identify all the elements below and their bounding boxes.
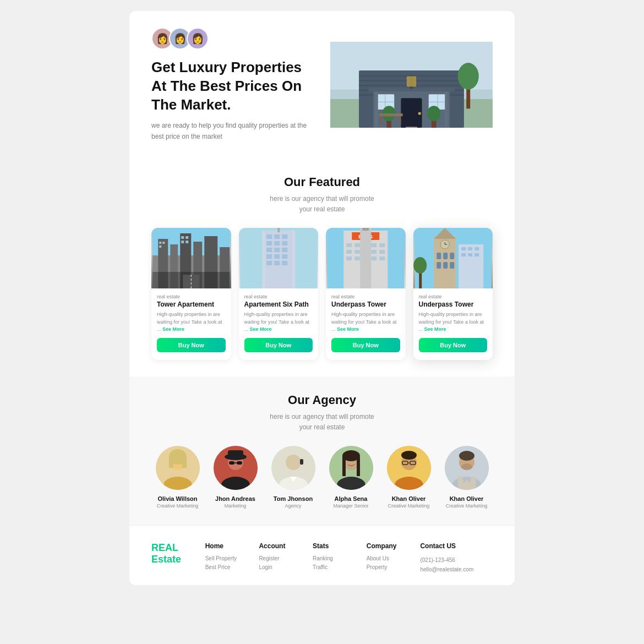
svg-rect-56: [282, 234, 287, 239]
svg-point-127: [286, 455, 301, 470]
svg-rect-63: [266, 254, 272, 259]
svg-point-111: [413, 257, 427, 274]
buy-now-btn-4[interactable]: Buy Now: [419, 338, 488, 352]
card-body-1: real estate Tower Apartement High-qualit…: [151, 288, 231, 334]
card-desc-3: High-quality properties in are waiting f…: [331, 311, 400, 334]
footer-contact-info: (021)-123-456 hello@realestate.com: [420, 555, 493, 574]
hero-title: Get Luxury Properties At The Best Prices…: [151, 58, 314, 114]
svg-rect-46: [181, 241, 184, 243]
page-wrapper: 👩 👩 👩 Get Luxury Properties At The Best …: [129, 11, 515, 585]
agent-photo-tom: [271, 446, 315, 490]
svg-rect-61: [274, 248, 280, 252]
agent-khan1: Khan Oliver Creative Marketing: [383, 446, 435, 509]
footer-link-sell-property[interactable]: Sell Property: [205, 555, 254, 561]
footer-link-traffic[interactable]: Traffic: [313, 564, 361, 570]
agent-jhon: Jhon Andreas Marketing: [209, 446, 261, 509]
agency-title: Our Agency: [151, 393, 493, 407]
svg-point-26: [427, 106, 440, 121]
svg-rect-123: [229, 461, 234, 465]
see-more-2[interactable]: See More: [250, 326, 272, 332]
brand-accent: Estate: [151, 554, 181, 565]
footer-link-about[interactable]: About Us: [367, 555, 415, 561]
svg-rect-97: [436, 253, 441, 259]
footer-link-best-price[interactable]: Best Price: [205, 564, 254, 570]
svg-rect-102: [450, 262, 454, 269]
svg-point-136: [342, 450, 360, 461]
agency-subtitle: here is our agency that will promote you…: [151, 412, 493, 433]
buy-now-btn-3[interactable]: Buy Now: [331, 338, 400, 352]
svg-rect-130: [300, 459, 303, 465]
agency-section: Our Agency here is our agency that will …: [129, 376, 515, 525]
card-image-2: [239, 228, 319, 288]
svg-point-31: [458, 63, 479, 90]
agent-tom: Tom Jhonson Agency: [267, 446, 319, 509]
see-more-4[interactable]: See More: [424, 326, 446, 332]
card-name-4: Underpass Tower: [419, 301, 488, 308]
cards-grid: real estate Tower Apartement High-qualit…: [151, 228, 493, 360]
svg-point-147: [461, 463, 472, 470]
property-card-3: BERG: [326, 228, 406, 360]
svg-rect-90: [362, 228, 369, 231]
svg-rect-106: [474, 247, 479, 250]
svg-rect-82: [371, 250, 376, 254]
hero-subtitle: we are ready to help you find quality pr…: [151, 121, 314, 141]
footer-phone: (021)-123-456: [420, 557, 455, 563]
footer-link-login[interactable]: Login: [259, 564, 307, 570]
buy-now-btn-1[interactable]: Buy Now: [157, 338, 226, 352]
svg-point-148: [459, 451, 474, 461]
svg-rect-116: [169, 457, 173, 468]
footer-link-ranking[interactable]: Ranking: [313, 555, 361, 561]
card-tag-2: real estate: [244, 294, 313, 299]
agent-photo-olivia: [156, 446, 200, 490]
hero-avatars: 👩 👩 👩: [151, 28, 314, 50]
footer-col-stats-title: Stats: [313, 542, 361, 550]
footer-col-account: Account Register Login: [259, 542, 307, 574]
featured-title: Our Featured: [151, 175, 493, 189]
see-more-3[interactable]: See More: [337, 326, 359, 332]
svg-rect-27: [379, 113, 403, 116]
agent-olivia: Olivia Willson Creative Marketing: [151, 446, 204, 509]
svg-rect-84: [346, 256, 352, 260]
svg-rect-107: [461, 253, 466, 256]
svg-rect-41: [159, 242, 161, 244]
footer-email: hello@realestate.com: [420, 566, 473, 572]
svg-rect-43: [159, 245, 161, 248]
card-body-2: real estate Apartement Six Path High-qua…: [239, 288, 319, 334]
svg-rect-44: [181, 236, 184, 239]
agent-photo-khan2: [445, 446, 489, 490]
agent-role-khan2: Creative Marketing: [440, 503, 493, 509]
footer-col-company-title: Company: [367, 542, 415, 550]
footer-col-home-title: Home: [205, 542, 254, 550]
svg-rect-89: [360, 228, 371, 288]
svg-rect-64: [274, 254, 280, 259]
svg-rect-28: [380, 116, 381, 124]
svg-rect-122: [228, 450, 243, 458]
featured-subtitle: here is our agency that will promote you…: [151, 194, 493, 215]
footer-contact-title: Contact US: [420, 542, 493, 550]
svg-rect-100: [436, 262, 441, 269]
card-name-1: Tower Apartement: [157, 301, 226, 308]
footer-brand-col: REAL Estate: [151, 542, 200, 574]
footer-col-stats: Stats Ranking Traffic: [313, 542, 361, 574]
property-card-2: real estate Apartement Six Path High-qua…: [239, 228, 319, 360]
svg-rect-47: [185, 241, 188, 243]
footer-link-property[interactable]: Property: [367, 564, 415, 570]
svg-rect-104: [461, 247, 466, 250]
svg-rect-69: [277, 228, 280, 232]
agent-role-jhon: Marketing: [209, 503, 261, 509]
footer-contact-col: Contact US (021)-123-456 hello@realestat…: [420, 542, 493, 574]
svg-rect-54: [266, 234, 272, 239]
agent-photo-jhon: [214, 446, 258, 490]
see-more-1[interactable]: See More: [162, 326, 184, 332]
agent-role-khan1: Creative Marketing: [383, 503, 435, 509]
card-tag-4: real estate: [419, 294, 488, 299]
card-name-2: Apartement Six Path: [244, 301, 313, 308]
footer-link-register[interactable]: Register: [259, 555, 307, 561]
agent-role-olivia: Creative Marketing: [151, 503, 204, 509]
svg-rect-18: [375, 90, 378, 128]
svg-point-11: [418, 112, 421, 114]
buy-now-btn-2[interactable]: Buy Now: [244, 338, 313, 352]
svg-rect-99: [450, 253, 454, 259]
svg-rect-124: [237, 461, 242, 465]
card-image-1: [151, 228, 231, 288]
